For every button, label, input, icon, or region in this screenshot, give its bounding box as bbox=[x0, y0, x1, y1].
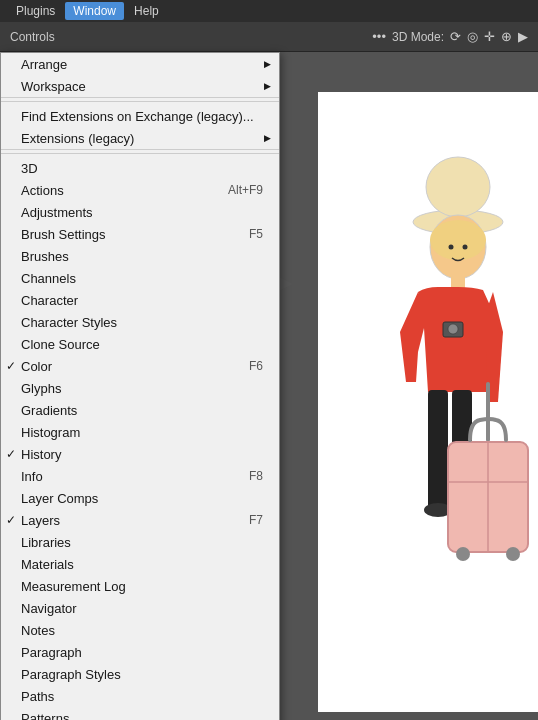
checkmark-icon: ✓ bbox=[6, 447, 16, 461]
menu-shortcut: F7 bbox=[249, 513, 263, 527]
svg-point-3 bbox=[430, 220, 486, 260]
menu-item-adjustments[interactable]: Adjustments bbox=[1, 201, 279, 223]
menu-item-label: Paragraph Styles bbox=[21, 667, 121, 682]
toolbar-more-icon[interactable]: ••• bbox=[372, 29, 386, 44]
menu-item-label: Layers bbox=[21, 513, 60, 528]
svg-point-4 bbox=[449, 245, 454, 250]
svg-point-8 bbox=[448, 324, 458, 334]
svg-point-17 bbox=[456, 547, 470, 561]
toolbar-icons: ••• 3D Mode: ⟳ ◎ ✛ ⊕ ▶ bbox=[372, 29, 528, 44]
menu-item-character[interactable]: Character bbox=[1, 289, 279, 311]
menu-item-label: Gradients bbox=[21, 403, 77, 418]
menu-section-arrange: Arrange Workspace bbox=[1, 53, 279, 98]
menu-item-history[interactable]: ✓ History bbox=[1, 443, 279, 465]
menu-item-label: Actions bbox=[21, 183, 64, 198]
main-content: ▶ Arrange Workspace Find Extensions on E… bbox=[0, 52, 538, 720]
menu-item-label: Layer Comps bbox=[21, 491, 98, 506]
menu-item-patterns[interactable]: Patterns bbox=[1, 707, 279, 720]
toolbar-icon-5[interactable]: ▶ bbox=[518, 29, 528, 44]
menu-item-label: Adjustments bbox=[21, 205, 93, 220]
menu-item-label: Info bbox=[21, 469, 43, 484]
menu-item-materials[interactable]: Materials bbox=[1, 553, 279, 575]
menu-divider-2 bbox=[1, 153, 279, 154]
menu-item-actions[interactable]: Actions Alt+F9 bbox=[1, 179, 279, 201]
menu-item-channels[interactable]: Channels bbox=[1, 267, 279, 289]
menu-bar: Plugins Window Help bbox=[0, 0, 538, 22]
menu-item-label: Extensions (legacy) bbox=[21, 131, 134, 146]
menu-item-clone-source[interactable]: Clone Source bbox=[1, 333, 279, 355]
checkmark-icon: ✓ bbox=[6, 513, 16, 527]
menu-item-label: Paragraph bbox=[21, 645, 82, 660]
menu-divider-1 bbox=[1, 101, 279, 102]
menu-item-extensions-legacy[interactable]: Extensions (legacy) bbox=[1, 127, 279, 149]
svg-point-18 bbox=[506, 547, 520, 561]
controls-label: Controls bbox=[10, 30, 55, 44]
character-illustration bbox=[318, 92, 538, 672]
menu-item-label: Materials bbox=[21, 557, 74, 572]
svg-point-1 bbox=[426, 157, 490, 217]
menu-item-label: 3D bbox=[21, 161, 38, 176]
menu-item-label: Libraries bbox=[21, 535, 71, 550]
svg-point-5 bbox=[463, 245, 468, 250]
menu-section-extensions: Find Extensions on Exchange (legacy)... … bbox=[1, 105, 279, 150]
menu-section-main: 3D Actions Alt+F9 Adjustments Brush Sett… bbox=[1, 157, 279, 720]
menu-item-3d[interactable]: 3D bbox=[1, 157, 279, 179]
menu-item-layers[interactable]: ✓ Layers F7 bbox=[1, 509, 279, 531]
arrow-indicator: ▶ bbox=[278, 272, 292, 294]
menu-item-paths[interactable]: Paths bbox=[1, 685, 279, 707]
toolbar-icon-3[interactable]: ✛ bbox=[484, 29, 495, 44]
menu-item-label: Arrange bbox=[21, 57, 67, 72]
menu-window[interactable]: Window bbox=[65, 2, 124, 20]
toolbar-icon-1[interactable]: ⟳ bbox=[450, 29, 461, 44]
menu-item-character-styles[interactable]: Character Styles bbox=[1, 311, 279, 333]
menu-item-label: Clone Source bbox=[21, 337, 100, 352]
menu-item-label: Channels bbox=[21, 271, 76, 286]
menu-shortcut: F5 bbox=[249, 227, 263, 241]
toolbar-icon-2[interactable]: ◎ bbox=[467, 29, 478, 44]
menu-item-label: Measurement Log bbox=[21, 579, 126, 594]
toolbar: Controls ••• 3D Mode: ⟳ ◎ ✛ ⊕ ▶ bbox=[0, 22, 538, 52]
menu-item-brushes[interactable]: Brushes bbox=[1, 245, 279, 267]
menu-plugins[interactable]: Plugins bbox=[8, 2, 63, 20]
menu-shortcut: Alt+F9 bbox=[228, 183, 263, 197]
svg-rect-13 bbox=[486, 382, 490, 442]
menu-item-navigator[interactable]: Navigator bbox=[1, 597, 279, 619]
menu-item-label: Brushes bbox=[21, 249, 69, 264]
menu-item-label: Navigator bbox=[21, 601, 77, 616]
menu-item-paragraph-styles[interactable]: Paragraph Styles bbox=[1, 663, 279, 685]
menu-item-label: History bbox=[21, 447, 61, 462]
menu-item-label: Find Extensions on Exchange (legacy)... bbox=[21, 109, 254, 124]
menu-item-label: Histogram bbox=[21, 425, 80, 440]
3d-mode-label: 3D Mode: bbox=[392, 30, 444, 44]
menu-item-label: Notes bbox=[21, 623, 55, 638]
menu-item-workspace[interactable]: Workspace bbox=[1, 75, 279, 97]
menu-item-libraries[interactable]: Libraries bbox=[1, 531, 279, 553]
menu-item-layer-comps[interactable]: Layer Comps bbox=[1, 487, 279, 509]
menu-item-arrange[interactable]: Arrange bbox=[1, 53, 279, 75]
menu-shortcut: F8 bbox=[249, 469, 263, 483]
menu-item-notes[interactable]: Notes bbox=[1, 619, 279, 641]
menu-item-paragraph[interactable]: Paragraph bbox=[1, 641, 279, 663]
menu-item-label: Color bbox=[21, 359, 52, 374]
menu-item-histogram[interactable]: Histogram bbox=[1, 421, 279, 443]
menu-item-label: Character Styles bbox=[21, 315, 117, 330]
svg-rect-9 bbox=[428, 390, 448, 510]
menu-shortcut: F6 bbox=[249, 359, 263, 373]
menu-item-brush-settings[interactable]: Brush Settings F5 bbox=[1, 223, 279, 245]
menu-item-label: Character bbox=[21, 293, 78, 308]
menu-item-gradients[interactable]: Gradients bbox=[1, 399, 279, 421]
menu-item-label: Paths bbox=[21, 689, 54, 704]
menu-item-color[interactable]: ✓ Color F6 bbox=[1, 355, 279, 377]
menu-item-label: Workspace bbox=[21, 79, 86, 94]
menu-help[interactable]: Help bbox=[126, 2, 167, 20]
menu-item-info[interactable]: Info F8 bbox=[1, 465, 279, 487]
toolbar-icon-4[interactable]: ⊕ bbox=[501, 29, 512, 44]
window-menu-dropdown: Arrange Workspace Find Extensions on Exc… bbox=[0, 52, 280, 720]
menu-item-measurement-log[interactable]: Measurement Log bbox=[1, 575, 279, 597]
menu-item-label: Patterns bbox=[21, 711, 69, 721]
menu-item-label: Glyphs bbox=[21, 381, 61, 396]
menu-item-glyphs[interactable]: Glyphs bbox=[1, 377, 279, 399]
menu-item-find-extensions[interactable]: Find Extensions on Exchange (legacy)... bbox=[1, 105, 279, 127]
menu-item-label: Brush Settings bbox=[21, 227, 106, 242]
checkmark-icon: ✓ bbox=[6, 359, 16, 373]
